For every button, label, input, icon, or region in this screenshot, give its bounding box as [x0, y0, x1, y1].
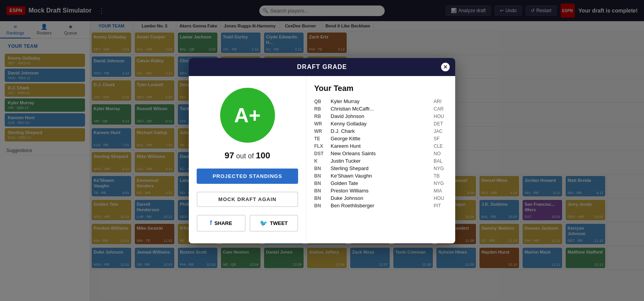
grade-circle: A+ [220, 88, 275, 143]
roster-team: NYG [434, 166, 447, 171]
roster-player-name: Duke Johnson [331, 195, 430, 201]
roster-row: K Justin Tucker BAL [314, 158, 447, 164]
roster-row: WR D.J. Chark JAC [314, 128, 447, 134]
roster-team: BAL [434, 158, 447, 164]
modal-body: A+ 97 out of 100 PROJECTED STANDINGS MOC… [189, 76, 455, 243]
score-number: 97 [224, 150, 234, 160]
roster-row: QB Kyler Murray ARI [314, 98, 447, 104]
roster-position: K [314, 158, 327, 164]
roster-player-name: Christian McCaffr... [331, 106, 430, 112]
roster-player-name: Ben Roethlisberger [331, 203, 430, 209]
roster-position: TE [314, 136, 327, 141]
roster-player-name: Ke'Shawn Vaughn [331, 173, 430, 179]
roster-position: BN [314, 166, 327, 171]
roster-row: BN Golden Tate NYG [314, 180, 447, 186]
roster-player-name: Kareem Hunt [331, 143, 430, 149]
roster-team: MIA [434, 188, 447, 194]
score-max: 100 [256, 150, 270, 160]
twitter-icon: 🐦 [260, 219, 268, 227]
roster-position: WR [314, 121, 327, 127]
roster-position: RB [314, 106, 327, 112]
roster-player-name: Golden Tate [331, 180, 430, 186]
roster-team: ARI [434, 99, 447, 104]
roster-row: RB Christian McCaffr... CAR [314, 106, 447, 112]
roster-team: NO [434, 151, 447, 156]
roster-position: FLX [314, 143, 327, 149]
roster-player-name: George Kittle [331, 136, 430, 141]
roster-player-name: Sterling Shepard [331, 165, 430, 171]
roster-row: BN Ben Roethlisberger PIT [314, 203, 447, 209]
modal-title: DRAFT GRADE [297, 63, 347, 70]
twitter-share-button[interactable]: 🐦 TWEET [250, 215, 298, 232]
facebook-share-button[interactable]: f SHARE [197, 215, 246, 232]
roster-position: BN [314, 203, 327, 209]
roster-row: TE George Kittle SF [314, 136, 447, 141]
roster-player-name: Justin Tucker [331, 158, 430, 164]
roster-team: NYG [434, 181, 447, 186]
roster-position: BN [314, 181, 327, 186]
mock-draft-again-button[interactable]: MOCK DRAFT AGAIN [197, 192, 298, 207]
roster-player-name: Kyler Murray [331, 98, 430, 104]
roster-team: CLE [434, 143, 447, 149]
roster-player-name: New Orleans Saints [331, 150, 430, 156]
roster-row: FLX Kareem Hunt CLE [314, 143, 447, 149]
grade-value: A+ [234, 103, 261, 127]
roster-team: PIT [434, 203, 447, 209]
team-roster: QB Kyler Murray ARI RB Christian McCaffr… [314, 98, 447, 209]
roster-team: HOU [434, 114, 447, 119]
roster-position: BN [314, 173, 327, 179]
roster-position: RB [314, 114, 327, 119]
modal-close-button[interactable]: ✕ [441, 63, 450, 71]
roster-row: WR Kenny Golladay DET [314, 121, 447, 127]
facebook-icon: f [210, 219, 212, 227]
roster-team: CAR [434, 106, 447, 112]
roster-player-name: David Johnson [331, 113, 430, 119]
roster-title: Your Team [314, 84, 447, 93]
roster-player-name: Preston Williams [331, 188, 430, 194]
projected-standings-button[interactable]: PROJECTED STANDINGS [197, 169, 298, 184]
roster-row: BN Ke'Shawn Vaughn TB [314, 173, 447, 179]
roster-position: BN [314, 196, 327, 201]
roster-row: BN Duke Johnson HOU [314, 195, 447, 201]
roster-position: QB [314, 99, 327, 104]
roster-team: TB [434, 173, 447, 179]
roster-position: WR [314, 129, 327, 134]
roster-row: BN Sterling Shepard NYG [314, 165, 447, 171]
roster-team: JAC [434, 129, 447, 134]
roster-team: HOU [434, 196, 447, 201]
modal-header: DRAFT GRADE ✕ [189, 58, 455, 76]
roster-team: DET [434, 121, 447, 127]
roster-row: DST New Orleans Saints NO [314, 150, 447, 156]
modal-grade-section: A+ 97 out of 100 PROJECTED STANDINGS MOC… [189, 76, 306, 243]
roster-player-name: D.J. Chark [331, 128, 430, 134]
grade-score: 97 out of 100 [224, 150, 270, 161]
share-buttons: f SHARE 🐦 TWEET [197, 215, 298, 232]
roster-row: BN Preston Williams MIA [314, 188, 447, 194]
roster-position: DST [314, 151, 327, 156]
roster-player-name: Kenny Golladay [331, 121, 430, 127]
modal-roster-section: Your Team QB Kyler Murray ARI RB Christi… [306, 76, 455, 243]
roster-position: BN [314, 188, 327, 194]
roster-row: RB David Johnson HOU [314, 113, 447, 119]
modal-overlay: DRAFT GRADE ✕ A+ 97 out of 100 PROJECTED… [0, 0, 644, 301]
roster-team: SF [434, 136, 447, 141]
draft-grade-modal: DRAFT GRADE ✕ A+ 97 out of 100 PROJECTED… [189, 58, 455, 243]
